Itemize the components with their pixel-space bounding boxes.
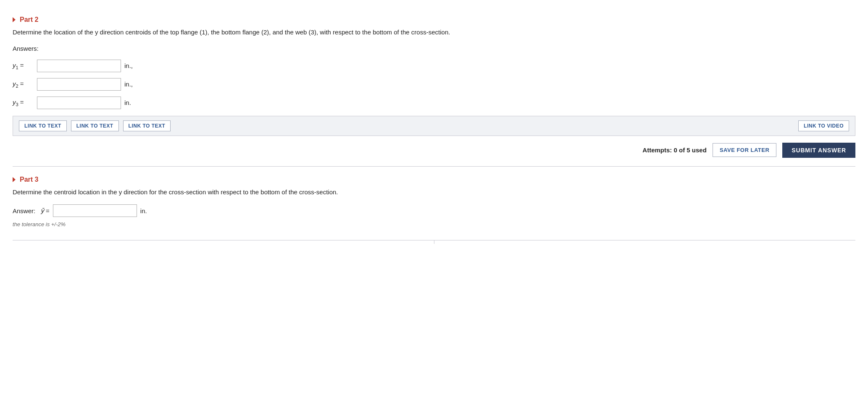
part3-title: Part 3 [20,176,38,183]
y2-unit: in., [124,81,133,88]
links-left: LINK TO TEXT LINK TO TEXT LINK TO TEXT [19,120,171,131]
attempts-text: Attempts: 0 of 5 used [642,146,707,154]
part3-chevron-icon [13,177,16,182]
part3-section: Part 3 Determine the centroid location i… [13,167,855,232]
y2-row: y2 = in., [13,78,855,91]
ybar-unit: in. [140,207,147,214]
ybar-row: Answer: ȳ = in. [13,204,855,217]
y3-label: y3 = [13,99,34,107]
ybar-answer-label: Answer: [13,207,35,214]
link-to-text-btn-2[interactable]: LINK TO TEXT [71,120,119,131]
bottom-divider-left [13,240,434,244]
links-bar: LINK TO TEXT LINK TO TEXT LINK TO TEXT L… [13,116,855,136]
part2-title: Part 2 [20,16,38,24]
y3-unit: in. [124,99,131,106]
y3-row: y3 = in. [13,97,855,109]
save-for-later-button[interactable]: SAVE FOR LATER [713,143,776,157]
ybar-symbol: ȳ = [40,207,50,214]
link-to-text-btn-3[interactable]: LINK TO TEXT [123,120,171,131]
part2-header: Part 2 [13,16,855,24]
part3-description: Determine the centroid location in the y… [13,188,855,197]
attempts-row: Attempts: 0 of 5 used SAVE FOR LATER SUB… [13,143,855,158]
y1-row: y1 = in., [13,60,855,72]
part2-section: Part 2 Determine the location of the y d… [13,8,855,167]
submit-answer-button[interactable]: SUBMIT ANSWER [782,143,855,158]
y1-input[interactable] [37,60,121,72]
ybar-input[interactable] [53,204,137,217]
tolerance-note: the tolerance is +/-2% [13,221,855,227]
bottom-divider [13,240,855,244]
y1-label: y1 = [13,62,34,70]
y1-unit: in., [124,62,133,69]
part2-description: Determine the location of the y directio… [13,28,855,37]
part3-header: Part 3 [13,176,855,183]
links-right: LINK TO VIDEO [798,120,849,131]
bottom-divider-right [434,240,856,244]
link-to-text-btn-1[interactable]: LINK TO TEXT [19,120,67,131]
y2-label: y2 = [13,80,34,89]
y2-input[interactable] [37,78,121,91]
part2-chevron-icon [13,17,16,22]
link-to-video-btn[interactable]: LINK TO VIDEO [798,120,849,131]
answers-label: Answers: [13,45,855,52]
y3-input[interactable] [37,97,121,109]
page-container: Part 2 Determine the location of the y d… [0,0,868,252]
